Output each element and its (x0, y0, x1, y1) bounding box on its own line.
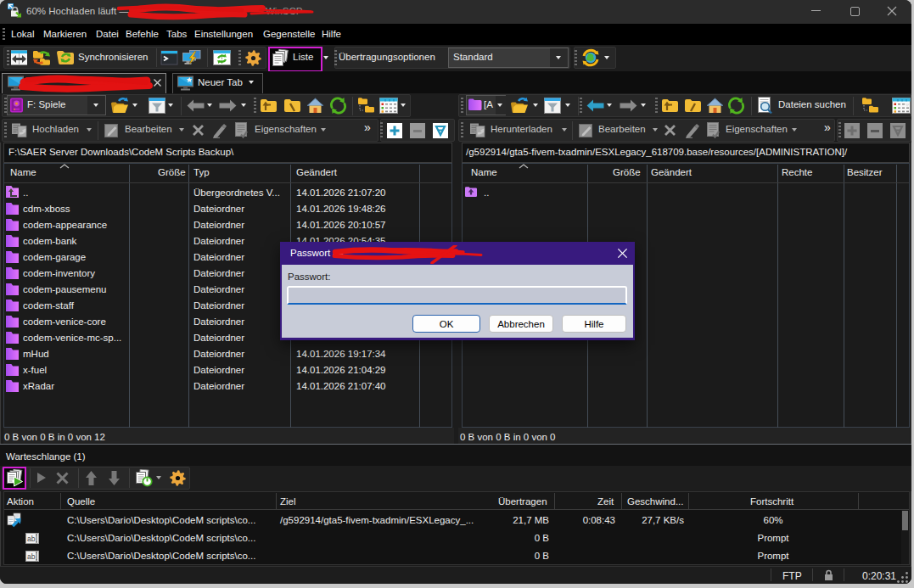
svg-text:ab: ab (27, 535, 36, 543)
svg-text:ab: ab (27, 552, 36, 561)
